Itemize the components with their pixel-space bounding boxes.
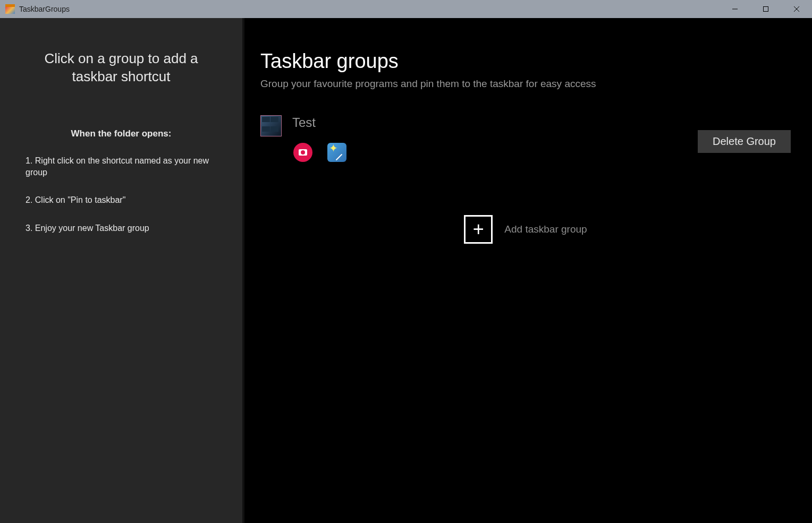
page-subtitle: Group your favourite programs and pin th… (260, 78, 791, 90)
sidebar-steps: 1. Right click on the shortcut named as … (26, 155, 217, 235)
sparkle-icon[interactable] (327, 143, 346, 162)
minimize-icon (732, 6, 738, 12)
maximize-icon (763, 6, 769, 12)
sidebar-subheading: When the folder opens: (26, 128, 217, 139)
main-panel: Taskbar groups Group your favourite prog… (244, 18, 812, 523)
add-group-row[interactable]: + Add taskbar group (260, 215, 791, 244)
group-thumbnail (260, 115, 282, 136)
group-name: Test (292, 115, 316, 130)
window-controls (720, 0, 812, 18)
plus-icon: + (464, 215, 493, 244)
sidebar: Click on a group to add a taskbar shortc… (0, 18, 244, 523)
titlebar[interactable]: TaskbarGroups (0, 0, 812, 18)
delete-group-button[interactable]: Delete Group (698, 130, 791, 153)
close-button[interactable] (781, 0, 812, 18)
step-3: 3. Enjoy your new Taskbar group (26, 222, 217, 234)
app-icon (5, 4, 15, 14)
close-icon (793, 6, 800, 12)
group-row[interactable]: Test Delete Group (260, 115, 791, 136)
svg-rect-1 (764, 7, 768, 12)
maximize-button[interactable] (750, 0, 781, 18)
add-group-label: Add taskbar group (504, 224, 587, 235)
step-2: 2. Click on "Pin to taskbar" (26, 194, 217, 206)
step-1: 1. Right click on the shortcut named as … (26, 155, 217, 179)
page-title: Taskbar groups (260, 50, 791, 73)
minimize-button[interactable] (720, 0, 750, 18)
window-title: TaskbarGroups (19, 5, 70, 13)
sidebar-heading: Click on a group to add a taskbar shortc… (26, 50, 217, 86)
camera-icon[interactable] (293, 143, 312, 162)
